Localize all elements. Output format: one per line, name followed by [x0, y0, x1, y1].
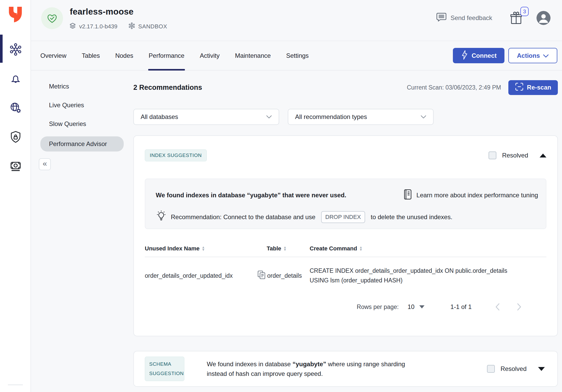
rescan-button[interactable]: Re-scan: [508, 80, 558, 95]
drop-index-code-chip: DROP INDEX: [321, 211, 365, 223]
recommendations-title: 2 Recommendations: [133, 84, 202, 92]
recommendation-type-filter-value: All recommendation types: [295, 113, 367, 121]
collapse-sidebar-button[interactable]: «: [39, 158, 51, 170]
tab-nodes[interactable]: Nodes: [115, 41, 133, 70]
rows-per-page-caret-icon[interactable]: [419, 305, 424, 308]
connect-label: Connect: [472, 52, 497, 59]
table-pagination: Rows per page: 10 1-1 of 1: [145, 303, 546, 311]
sort-icon: ▲▼: [202, 246, 205, 251]
sort-icon: ▲▼: [359, 246, 363, 251]
chevron-down-icon: [543, 52, 549, 59]
table-row: order_details_order_updated_idx order_de…: [145, 257, 546, 294]
subnav-item-performance-advisor[interactable]: Performance Advisor: [40, 136, 124, 151]
cell-create-command: CREATE INDEX order_details_order_updated…: [310, 266, 546, 285]
column-create-command[interactable]: Create Command ▲▼: [310, 245, 546, 252]
previous-page-icon[interactable]: [495, 303, 500, 311]
security-shield-icon[interactable]: [9, 130, 22, 144]
cell-table-name: order_details: [267, 272, 302, 279]
pagination-range: 1-1 of 1: [451, 303, 472, 311]
schema-suggestion-card: SCHEMA SUGGESTION We found indexes in da…: [133, 351, 558, 387]
scan-icon: [515, 82, 524, 93]
next-page-icon[interactable]: [517, 303, 522, 311]
left-sidebar: [0, 0, 31, 392]
lightning-icon: [461, 50, 469, 62]
user-avatar[interactable]: [536, 11, 551, 25]
tab-activity[interactable]: Activity: [200, 41, 220, 70]
subnav-item-metrics[interactable]: Metrics: [40, 80, 124, 93]
connect-button[interactable]: Connect: [453, 48, 504, 63]
index-suggestion-card: INDEX SUGGESTION Resolved We found index…: [133, 135, 558, 336]
layers-icon: [69, 22, 76, 31]
gift-button[interactable]: 3: [509, 10, 523, 26]
cluster-name: fearless-moose: [70, 7, 134, 17]
performance-advisor-page: fearless-moose v2.17.1.0-b439 SANDBOX: [0, 0, 562, 392]
copy-icon[interactable]: [257, 270, 266, 281]
cell-index-name: order_details_order_updated_idx: [145, 272, 267, 279]
tab-tables[interactable]: Tables: [82, 41, 100, 70]
recommendation-text-suffix: to delete the unused indexes.: [371, 213, 453, 221]
subnav-item-slow-queries[interactable]: Slow Queries: [40, 118, 124, 130]
lightbulb-icon: [156, 210, 167, 224]
gift-count-badge: 3: [520, 7, 529, 16]
performance-subnav: Metrics Live Queries Slow Queries Perfor…: [40, 80, 124, 170]
rows-per-page-value[interactable]: 10: [408, 303, 415, 311]
tab-overview[interactable]: Overview: [40, 41, 66, 70]
heart-check-icon: [46, 12, 58, 24]
rows-per-page-label: Rows per page:: [357, 304, 399, 311]
finding-infobox: We found indexes in database “yugabyte” …: [145, 179, 546, 229]
tab-settings[interactable]: Settings: [286, 41, 309, 70]
clusters-icon[interactable]: [9, 43, 22, 56]
feedback-bubble-icon: [436, 12, 447, 24]
database-filter-value: All databases: [141, 113, 178, 121]
resolved-checkbox[interactable]: [489, 151, 496, 159]
chevron-down-icon: [266, 115, 272, 119]
schema-suggestion-badge: SCHEMA SUGGESTION: [145, 357, 184, 381]
yugabyte-logo-icon[interactable]: [8, 6, 23, 23]
index-suggestion-badge: INDEX SUGGESTION: [145, 149, 207, 161]
cluster-health-badge: [41, 7, 63, 29]
sort-icon: ▲▼: [283, 246, 287, 251]
actions-button[interactable]: Actions: [508, 48, 557, 63]
actions-label: Actions: [517, 52, 540, 59]
resolved-label: Resolved: [502, 152, 528, 159]
recommendation-type-filter-select[interactable]: All recommendation types: [288, 109, 434, 125]
column-table[interactable]: Table ▲▼: [267, 245, 310, 252]
sidebar-divider: [8, 384, 23, 385]
send-feedback-label: Send feedback: [451, 14, 492, 22]
send-feedback-button[interactable]: Send feedback: [436, 12, 492, 24]
expand-card-arrow[interactable]: [538, 367, 545, 371]
tab-maintenance[interactable]: Maintenance: [235, 41, 271, 70]
recommendation-text-prefix: Recommendation: Connect to the database …: [171, 213, 315, 221]
cluster-version: v2.17.1.0-b439: [79, 23, 117, 30]
database-filter-select[interactable]: All databases: [133, 109, 279, 125]
learn-more-link[interactable]: Learn more about index performance tunin…: [403, 189, 538, 201]
column-unused-index-name[interactable]: Unused Index Name ▲▼: [145, 245, 267, 252]
resolved-checkbox[interactable]: [487, 365, 495, 373]
learn-more-label: Learn more about index performance tunin…: [416, 192, 538, 199]
billing-money-icon[interactable]: [9, 159, 22, 173]
unused-index-table-header: Unused Index Name ▲▼ Table ▲▼ Create Com…: [145, 245, 546, 252]
schema-finding-text: We found indexes in database “yugabyte” …: [207, 359, 407, 378]
alerts-bell-icon[interactable]: [9, 72, 22, 85]
chevron-down-icon: [421, 115, 426, 119]
subnav-item-live-queries[interactable]: Live Queries: [40, 99, 124, 111]
cluster-tabbar: Overview Tables Nodes Performance Activi…: [31, 41, 562, 71]
resolved-label: Resolved: [501, 365, 527, 372]
tab-performance[interactable]: Performance: [149, 41, 184, 70]
book-icon: [403, 189, 413, 201]
current-scan-timestamp: Current Scan: 03/06/2023, 2:49 PM: [407, 84, 501, 91]
sandbox-hub-icon: [128, 22, 135, 31]
collapse-card-arrow[interactable]: [540, 154, 546, 157]
network-settings-globe-icon[interactable]: [9, 101, 22, 115]
environment-label: SANDBOX: [138, 23, 167, 30]
rescan-label: Re-scan: [527, 84, 551, 91]
finding-text: We found indexes in database “yugabyte” …: [156, 192, 346, 199]
